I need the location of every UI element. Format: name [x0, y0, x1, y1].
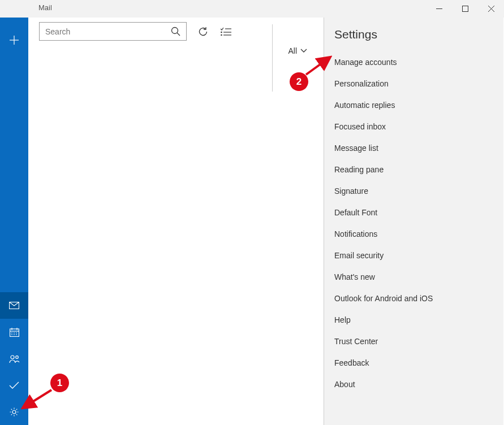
svg-line-24: [177, 33, 180, 36]
settings-item-message-list[interactable]: Message list: [324, 137, 503, 159]
settings-item-manage-accounts[interactable]: Manage accounts: [324, 51, 503, 73]
plus-icon: [10, 36, 19, 45]
filter-label: All: [288, 46, 297, 55]
annotation-arrow-1: [21, 388, 54, 410]
maximize-button[interactable]: [452, 0, 478, 18]
settings-item-reading-pane[interactable]: Reading pane: [324, 159, 503, 180]
annotation-arrow-2: [304, 55, 332, 77]
settings-item-signature[interactable]: Signature: [324, 180, 503, 202]
column-divider: [272, 24, 273, 92]
svg-line-33: [306, 58, 329, 75]
settings-item-trust-center[interactable]: Trust Center: [324, 331, 503, 352]
settings-item-notifications[interactable]: Notifications: [324, 223, 503, 245]
svg-point-18: [12, 410, 16, 414]
svg-point-16: [11, 355, 14, 359]
mail-list-pane: All: [28, 18, 324, 425]
refresh-icon: [198, 27, 208, 37]
settings-list: Manage accounts Personalization Automati…: [324, 51, 503, 395]
search-icon: [171, 27, 180, 36]
mail-icon: [9, 302, 19, 309]
settings-item-default-font[interactable]: Default Font: [324, 202, 503, 223]
check-icon: [9, 381, 19, 389]
svg-point-28: [221, 32, 221, 32]
settings-item-feedback[interactable]: Feedback: [324, 352, 503, 374]
minimize-icon: [436, 6, 442, 12]
checklist-icon: [221, 27, 231, 36]
search-box[interactable]: [39, 22, 187, 41]
new-mail-button[interactable]: [0, 27, 28, 53]
people-icon: [9, 354, 20, 363]
minimize-button[interactable]: [426, 0, 452, 18]
settings-item-automatic-replies[interactable]: Automatic replies: [324, 94, 503, 116]
settings-item-about[interactable]: About: [324, 374, 503, 395]
svg-rect-20: [462, 6, 468, 12]
maximize-icon: [462, 6, 468, 12]
svg-line-31: [24, 390, 51, 407]
annotation-badge-2: 2: [290, 72, 308, 91]
chevron-down-icon: [300, 49, 307, 53]
close-button[interactable]: [478, 0, 504, 18]
filter-dropdown[interactable]: All: [288, 46, 313, 55]
settings-item-help[interactable]: Help: [324, 309, 503, 331]
search-button[interactable]: [169, 25, 182, 38]
calendar-nav-button[interactable]: [0, 319, 28, 345]
svg-point-23: [171, 28, 178, 34]
annotation-badge-1: 1: [50, 374, 69, 392]
gear-icon: [9, 407, 19, 417]
select-mode-button[interactable]: [219, 25, 232, 38]
svg-point-17: [15, 355, 18, 358]
settings-item-personalization[interactable]: Personalization: [324, 73, 503, 94]
settings-item-email-security[interactable]: Email security: [324, 245, 503, 266]
sync-button[interactable]: [197, 25, 209, 38]
svg-point-29: [221, 34, 221, 35]
sidebar: [0, 0, 28, 425]
calendar-icon: [10, 328, 19, 337]
people-nav-button[interactable]: [0, 345, 28, 372]
close-icon: [488, 6, 494, 12]
titlebar: Mail: [0, 0, 504, 18]
window-title: Mail: [38, 3, 52, 12]
search-input[interactable]: [45, 27, 169, 36]
settings-item-whats-new[interactable]: What's new: [324, 266, 503, 288]
window-controls: [426, 0, 504, 18]
settings-panel: Settings Manage accounts Personalization…: [324, 18, 503, 425]
settings-item-focused-inbox[interactable]: Focused inbox: [324, 116, 503, 137]
settings-item-outlook-mobile[interactable]: Outlook for Android and iOS: [324, 288, 503, 309]
settings-title: Settings: [324, 28, 503, 41]
mail-nav-button[interactable]: [0, 292, 28, 319]
